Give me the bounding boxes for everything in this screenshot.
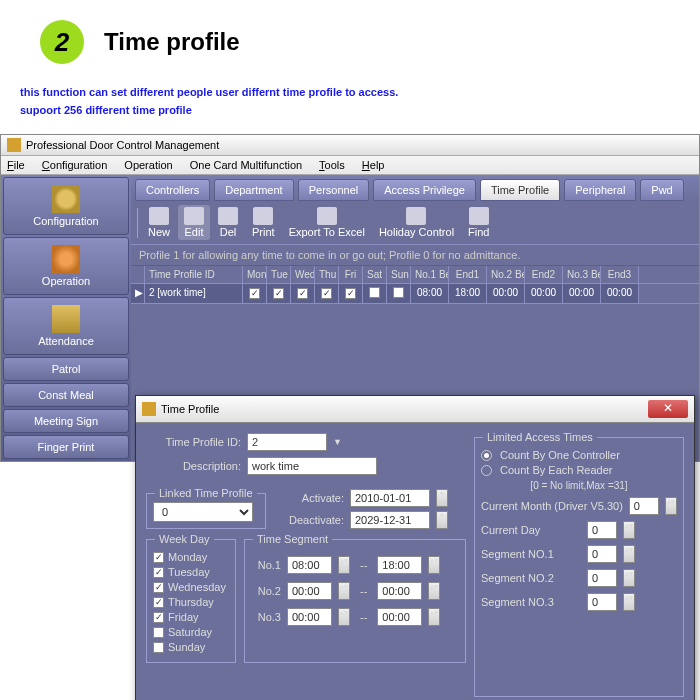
toolbar-edit[interactable]: Edit <box>178 205 210 240</box>
seg3-begin[interactable] <box>287 608 332 626</box>
step-number: 2 <box>40 20 84 64</box>
tab-department[interactable]: Department <box>214 179 293 201</box>
deactivate-label: Deactivate: <box>274 514 344 526</box>
id-input[interactable] <box>247 433 327 451</box>
limit-note: [0 = No limit,Max =31] <box>481 480 677 491</box>
sidebar: Configuration Operation Attendance Patro… <box>1 175 131 461</box>
toolbar-find[interactable]: Find <box>462 205 495 240</box>
dialog-icon <box>142 402 156 416</box>
sidebar-attendance[interactable]: Attendance <box>3 297 129 355</box>
hand-icon <box>52 245 80 273</box>
menu-file[interactable]: File <box>7 159 25 171</box>
delete-icon <box>218 207 238 225</box>
tab-timeprofile[interactable]: Time Profile <box>480 179 560 201</box>
menu-tools[interactable]: Tools <box>319 159 345 171</box>
tab-access[interactable]: Access Privilege <box>373 179 476 201</box>
segment-legend: Time Segment <box>253 533 332 545</box>
check-monday[interactable]: ✓Monday <box>153 551 229 563</box>
deactivate-input[interactable] <box>350 511 430 529</box>
sidebar-constmeal[interactable]: Const Meal <box>3 383 129 407</box>
tab-controllers[interactable]: Controllers <box>135 179 210 201</box>
tab-peripheral[interactable]: Peripheral <box>564 179 636 201</box>
menu-onecard[interactable]: One Card Multifunction <box>190 159 303 171</box>
seg1-begin[interactable] <box>287 556 332 574</box>
sidebar-fingerprint[interactable]: Finger Print <box>3 435 129 459</box>
gear-icon <box>52 185 80 213</box>
seg3-limit[interactable] <box>587 593 617 611</box>
badge-icon <box>52 305 80 333</box>
export-icon <box>317 207 337 225</box>
sidebar-meeting[interactable]: Meeting Sign <box>3 409 129 433</box>
check-wednesday[interactable]: ✓Wednesday <box>153 581 229 593</box>
seg1-end[interactable] <box>377 556 422 574</box>
grid-header: Time Profile ID MonTueWedThuFriSatSun No… <box>131 266 699 284</box>
curmonth-input[interactable] <box>629 497 659 515</box>
sidebar-patrol[interactable]: Patrol <box>3 357 129 381</box>
curday-input[interactable] <box>587 521 617 539</box>
sidebar-operation[interactable]: Operation <box>3 237 129 295</box>
plus-icon <box>149 207 169 225</box>
tab-pwd[interactable]: Pwd <box>640 179 683 201</box>
radio-each-reader[interactable]: Count By Each Reader <box>481 464 677 476</box>
calendar-icon <box>406 207 426 225</box>
tab-personnel[interactable]: Personnel <box>298 179 370 201</box>
toolbar-holiday[interactable]: Holiday Control <box>373 205 460 240</box>
search-icon <box>469 207 489 225</box>
activate-input[interactable] <box>350 489 430 507</box>
window-title: Professional Door Control Management <box>26 139 219 151</box>
limited-legend: Limited Access Times <box>483 431 597 443</box>
check-sunday[interactable]: Sunday <box>153 641 229 653</box>
radio-one-controller[interactable]: Count By One Controller <box>481 449 677 461</box>
print-icon <box>253 207 273 225</box>
seg2-end[interactable] <box>377 582 422 600</box>
sidebar-configuration[interactable]: Configuration <box>3 177 129 235</box>
date-picker-icon[interactable]: ▾ <box>436 489 448 507</box>
toolbar-export[interactable]: Export To Excel <box>283 205 371 240</box>
grid-row[interactable]: ▶ 2 [work time] ✓✓✓✓✓ 08:0018:00 00:0000… <box>131 284 699 304</box>
toolbar-print[interactable]: Print <box>246 205 281 240</box>
id-label: Time Profile ID: <box>146 436 241 448</box>
seg2-limit[interactable] <box>587 569 617 587</box>
toolbar-del[interactable]: Del <box>212 205 244 240</box>
check-saturday[interactable]: Saturday <box>153 626 229 638</box>
check-friday[interactable]: ✓Friday <box>153 611 229 623</box>
description: this function can set different people u… <box>0 74 700 134</box>
menu-config[interactable]: Configuration <box>42 159 107 171</box>
dialog-title: Time Profile <box>161 403 219 415</box>
desc-label: Description: <box>146 460 241 472</box>
check-thursday[interactable]: ✓Thursday <box>153 596 229 608</box>
info-text: Profile 1 for allowing any time to come … <box>131 244 699 266</box>
linked-select[interactable]: 0 <box>153 502 253 522</box>
menu-help[interactable]: Help <box>362 159 385 171</box>
weekday-legend: Week Day <box>155 533 214 545</box>
date-picker-icon[interactable]: ▾ <box>436 511 448 529</box>
desc-input[interactable] <box>247 457 377 475</box>
time-profile-dialog: Time Profile ✕ Time Profile ID:▼ Descrip… <box>135 395 695 700</box>
dialog-titlebar[interactable]: Time Profile ✕ <box>136 396 694 423</box>
seg1-limit[interactable] <box>587 545 617 563</box>
window-titlebar: Professional Door Control Management <box>1 135 699 156</box>
seg2-begin[interactable] <box>287 582 332 600</box>
close-button[interactable]: ✕ <box>648 400 688 418</box>
edit-icon <box>184 207 204 225</box>
menu-operation[interactable]: Operation <box>124 159 172 171</box>
tab-bar: Controllers Department Personnel Access … <box>131 175 699 201</box>
page-title: Time profile <box>104 28 240 56</box>
toolbar: New Edit Del Print Export To Excel Holid… <box>131 201 699 244</box>
app-icon <box>7 138 21 152</box>
activate-label: Activate: <box>274 492 344 504</box>
linked-legend: Linked Time Profile <box>155 487 257 499</box>
data-grid[interactable]: Time Profile ID MonTueWedThuFriSatSun No… <box>131 266 699 304</box>
check-tuesday[interactable]: ✓Tuesday <box>153 566 229 578</box>
seg3-end[interactable] <box>377 608 422 626</box>
toolbar-new[interactable]: New <box>142 205 176 240</box>
menu-bar[interactable]: File Configuration Operation One Card Mu… <box>1 156 699 175</box>
